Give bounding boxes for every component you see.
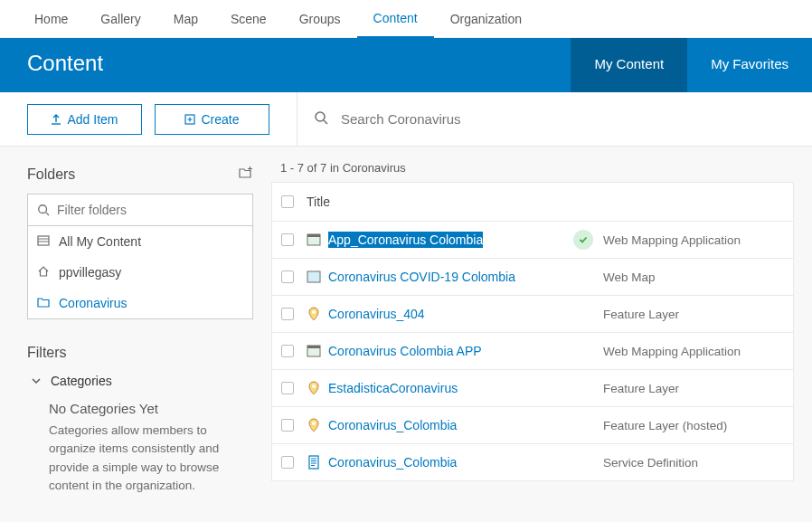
add-item-label: Add Item	[67, 112, 118, 127]
select-all-checkbox[interactable]	[281, 195, 294, 208]
row-type-cell: Web Mapping Application	[603, 345, 793, 358]
table-row: Coronavirus_404Feature Layer	[271, 296, 794, 333]
nav-content[interactable]: Content	[357, 0, 434, 38]
row-type-cell: Feature Layer	[603, 308, 793, 321]
header-tab-my-favorites[interactable]: My Favorites	[687, 38, 812, 92]
add-item-button[interactable]: Add Item	[27, 104, 142, 135]
row-type-cell: Service Definition	[603, 456, 793, 470]
table-row: App_Coronavirus ColombiaWeb Mapping Appl…	[271, 222, 794, 259]
folder-list: All My ContentppvillegasyCoronavirus	[27, 226, 253, 319]
feature-icon	[307, 381, 321, 395]
row-title-cell: Coronavirus Colombia APP	[303, 344, 563, 358]
table-row: Coronavirus COVID-19 ColombiaWeb Map	[271, 259, 794, 296]
row-title-cell: Coronavirus COVID-19 Colombia	[303, 270, 563, 284]
svg-point-10	[312, 384, 316, 388]
header-tabs: My ContentMy Favorites	[571, 38, 812, 92]
item-title-link[interactable]: Coronavirus_Colombia	[328, 418, 457, 432]
no-categories: No Categories Yet	[27, 401, 253, 416]
header-title-cell[interactable]: Title	[303, 195, 563, 209]
folder-coronavirus[interactable]: Coronavirus	[28, 288, 252, 318]
categories-desc: Categories allow members to organize ite…	[27, 422, 253, 495]
row-checkbox[interactable]	[281, 345, 294, 357]
row-check-cell	[272, 308, 303, 320]
row-type-cell: Web Mapping Application	[603, 233, 793, 247]
row-checkbox[interactable]	[281, 270, 294, 283]
row-type-cell: Web Map	[603, 270, 793, 284]
feature-icon	[307, 418, 321, 432]
row-title-cell: App_Coronavirus Colombia	[303, 232, 563, 248]
content-area: 1 - 7 of 7 in Coronavirus Title App_Coro…	[271, 147, 812, 522]
folder-ppvillegasy[interactable]: ppvillegasy	[28, 257, 252, 288]
header-title-label: Title	[307, 195, 330, 209]
row-type-cell: Feature Layer (hosted)	[603, 419, 793, 432]
row-check-cell	[272, 419, 303, 432]
folder-label: All My Content	[59, 234, 141, 249]
home-icon	[37, 265, 50, 280]
result-count: 1 - 7 of 7 in Coronavirus	[271, 161, 794, 175]
svg-rect-3	[38, 236, 49, 245]
header-band: Content My ContentMy Favorites	[0, 38, 812, 92]
nav-map[interactable]: Map	[157, 0, 214, 38]
item-title-link[interactable]: Coronavirus_404	[328, 307, 425, 321]
webapp-icon	[307, 233, 321, 247]
svg-rect-9	[307, 346, 320, 348]
header-tab-my-content[interactable]: My Content	[571, 38, 687, 92]
item-title-link[interactable]: Coronavirus COVID-19 Colombia	[328, 270, 515, 284]
folders-title-row: Folders	[27, 166, 253, 183]
table-row: Coronavirus Colombia APPWeb Mapping Appl…	[271, 333, 794, 370]
drawer-icon	[37, 234, 50, 249]
row-checkbox[interactable]	[281, 382, 294, 394]
nav-scene[interactable]: Scene	[214, 0, 283, 38]
row-status-cell	[563, 230, 603, 250]
service-icon	[307, 455, 321, 470]
row-checkbox[interactable]	[281, 308, 294, 320]
item-title-link[interactable]: Coronavirus Colombia APP	[328, 344, 482, 358]
item-title-link[interactable]: Coronavirus_Colombia	[328, 455, 457, 470]
table-body: App_Coronavirus ColombiaWeb Mapping Appl…	[271, 222, 794, 481]
search-icon	[37, 204, 50, 216]
main: Folders All My ContentppvillegasyCoronav…	[0, 147, 812, 522]
folder-label: ppvillegasy	[59, 265, 121, 280]
filters-section: Filters Categories No Categories Yet Cat…	[27, 345, 253, 495]
search-input[interactable]	[341, 111, 796, 127]
row-checkbox[interactable]	[281, 456, 294, 469]
nav-groups[interactable]: Groups	[283, 0, 357, 38]
table-row: EstadisticaCoronavirusFeature Layer	[271, 370, 794, 407]
folder-label: Coronavirus	[59, 296, 127, 310]
svg-rect-5	[307, 234, 320, 237]
row-check-cell	[272, 456, 303, 469]
item-title-link[interactable]: App_Coronavirus Colombia	[328, 232, 483, 248]
filter-folders[interactable]	[27, 194, 253, 226]
table-header: Title	[271, 182, 794, 222]
create-button[interactable]: Create	[155, 104, 269, 135]
row-title-cell: Coronavirus_Colombia	[303, 455, 563, 470]
item-title-link[interactable]: EstadisticaCoronavirus	[328, 381, 458, 395]
new-folder-icon[interactable]	[239, 166, 253, 183]
filter-folders-input[interactable]	[57, 203, 243, 217]
row-type-cell: Feature Layer	[603, 382, 793, 395]
row-checkbox[interactable]	[281, 419, 294, 432]
svg-rect-12	[309, 456, 318, 469]
categories-toggle[interactable]: Categories	[27, 374, 253, 388]
svg-point-7	[312, 310, 316, 314]
nav-organization[interactable]: Organization	[434, 0, 538, 38]
folder-all-my-content[interactable]: All My Content	[28, 226, 252, 257]
status-ok-icon	[573, 230, 593, 250]
row-check-cell	[272, 270, 303, 283]
sidebar: Folders All My ContentppvillegasyCoronav…	[0, 147, 271, 522]
plus-box-icon	[184, 114, 195, 125]
nav-gallery[interactable]: Gallery	[84, 0, 156, 38]
chevron-down-icon	[31, 375, 42, 386]
action-row: Add Item Create	[0, 92, 812, 147]
row-checkbox[interactable]	[281, 233, 294, 246]
svg-point-11	[312, 422, 316, 425]
create-label: Create	[201, 112, 239, 127]
action-left: Add Item Create	[0, 104, 297, 135]
row-check-cell	[272, 382, 303, 394]
svg-point-2	[39, 205, 47, 214]
nav-home[interactable]: Home	[18, 0, 84, 38]
webapp-icon	[307, 344, 321, 358]
top-nav: HomeGalleryMapSceneGroupsContentOrganiza…	[0, 0, 812, 38]
folders-title: Folders	[27, 166, 75, 183]
feature-icon	[307, 307, 321, 321]
